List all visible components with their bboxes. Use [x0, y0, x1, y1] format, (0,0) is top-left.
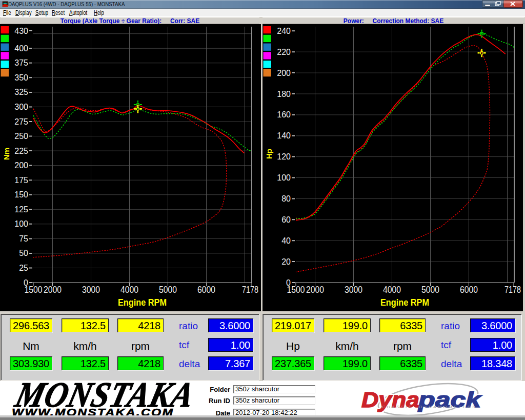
svg-text:7178: 7178 [504, 284, 521, 295]
svg-text:7178: 7178 [242, 284, 258, 295]
svg-text:375: 375 [14, 58, 28, 67]
svg-text:225: 225 [14, 147, 28, 155]
svg-text:100: 100 [277, 173, 291, 182]
svg-text:1500: 1500 [25, 284, 43, 295]
svg-text:140: 140 [277, 131, 291, 140]
svg-text:1500: 1500 [287, 284, 305, 295]
svg-text:175: 175 [14, 176, 28, 185]
svg-text:300: 300 [14, 103, 28, 111]
svg-text:220: 220 [277, 48, 291, 56]
svg-text:125: 125 [14, 205, 28, 214]
svg-text:2000: 2000 [306, 284, 324, 295]
svg-text:6000: 6000 [460, 284, 478, 295]
svg-text:80: 80 [281, 194, 291, 203]
svg-text:350: 350 [14, 73, 28, 82]
svg-text:5000: 5000 [159, 284, 177, 295]
svg-text:2000: 2000 [44, 284, 62, 295]
svg-text:Engine RPM: Engine RPM [380, 297, 429, 308]
svg-text:Engine RPM: Engine RPM [118, 297, 167, 308]
svg-text:75: 75 [19, 234, 28, 243]
svg-text:5000: 5000 [421, 284, 439, 295]
svg-text:4000: 4000 [120, 284, 138, 295]
svg-text:400: 400 [14, 44, 28, 53]
svg-text:200: 200 [14, 161, 28, 170]
svg-text:430: 430 [14, 27, 28, 35]
svg-text:Hp: Hp [265, 149, 273, 159]
svg-text:60: 60 [281, 215, 291, 224]
svg-text:CHASSIS DYNAMOMETERS: CHASSIS DYNAMOMETERS [382, 405, 477, 409]
svg-text:160: 160 [277, 110, 291, 119]
svg-text:180: 180 [277, 90, 291, 98]
svg-text:3000: 3000 [345, 284, 362, 295]
svg-text:275: 275 [14, 117, 28, 126]
svg-text:250: 250 [14, 132, 28, 141]
svg-text:40: 40 [281, 236, 291, 245]
svg-text:120: 120 [277, 152, 291, 161]
svg-text:3000: 3000 [82, 284, 100, 295]
svg-text:Nm: Nm [2, 148, 11, 160]
svg-text:325: 325 [14, 88, 28, 96]
svg-text:25: 25 [19, 264, 28, 272]
svg-text:50: 50 [19, 249, 28, 257]
svg-text:4000: 4000 [383, 284, 401, 295]
svg-text:100: 100 [14, 219, 28, 228]
svg-text:240: 240 [277, 27, 291, 35]
svg-text:150: 150 [14, 190, 28, 199]
svg-text:6000: 6000 [197, 284, 215, 295]
svg-text:200: 200 [277, 69, 291, 77]
svg-text:20: 20 [281, 257, 291, 266]
